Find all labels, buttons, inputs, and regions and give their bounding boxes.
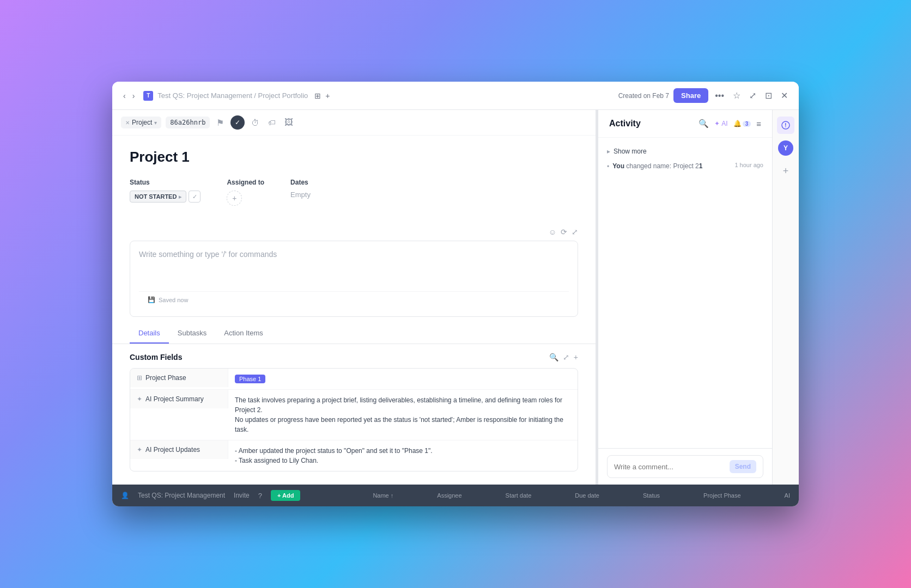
- expand-button[interactable]: ⤢: [747, 88, 758, 103]
- comment-input[interactable]: [614, 463, 725, 471]
- assigned-field: Assigned to +: [227, 179, 264, 206]
- dates-field: Dates Empty: [290, 179, 311, 206]
- cf-phase-value[interactable]: Phase 1: [228, 369, 578, 389]
- status-badge[interactable]: NOT STARTED ▸: [130, 191, 186, 203]
- show-more-button[interactable]: ▸ Show more: [607, 144, 763, 158]
- user-avatar[interactable]: Y: [778, 140, 793, 156]
- col-ai: AI: [785, 492, 790, 499]
- tag-icon[interactable]: 🏷: [266, 117, 278, 128]
- notification-button[interactable]: 🔔 3: [733, 120, 751, 127]
- add-item-button[interactable]: + Add: [271, 490, 300, 501]
- emoji-icon[interactable]: ☺: [549, 228, 556, 236]
- history-icon[interactable]: ⟳: [561, 228, 567, 236]
- plus-side-icon[interactable]: +: [777, 162, 794, 180]
- activity-item-text: You changed name: Project 21: [612, 162, 731, 171]
- save-icon: 💾: [148, 296, 155, 303]
- col-status: Status: [643, 492, 660, 499]
- breadcrumb-text: Test QS: Project Management / Project Po…: [157, 91, 308, 100]
- saved-status: Saved now: [159, 297, 188, 303]
- send-button[interactable]: Send: [730, 460, 756, 473]
- assigned-label: Assigned to: [227, 179, 264, 186]
- tabs: Details Subtasks Action Items: [112, 323, 596, 344]
- cf-summary-label: AI Project Summary: [145, 395, 204, 403]
- forward-button[interactable]: ›: [130, 90, 137, 101]
- task-id: 86a26hnrb: [166, 117, 210, 128]
- cf-key-phase: ⊞ Project Phase: [130, 369, 228, 387]
- col-project-phase: Project Phase: [703, 492, 740, 499]
- activity-time: 1 hour ago: [734, 162, 763, 168]
- editor-actions: ☺ ⟳ ⤢: [112, 225, 596, 238]
- left-panel: ✕ Project ▾ 86a26hnrb ⚑ ✓ ⏱ 🏷 🖼 Project …: [112, 110, 596, 485]
- activity-title: Activity: [609, 119, 641, 128]
- activity-content: ▸ Show more • You changed name: Project …: [598, 138, 772, 448]
- cf-phase-icon: ⊞: [137, 374, 142, 382]
- ai-spark-icon: ✦: [714, 120, 720, 127]
- status-field: Status NOT STARTED ▸ ✓: [130, 179, 201, 206]
- task-title[interactable]: Project 1: [130, 149, 578, 166]
- tab-subtasks[interactable]: Subtasks: [169, 323, 215, 344]
- titlebar-actions: Created on Feb 7 Share ••• ☆ ⤢ ⊡ ✕: [618, 88, 790, 103]
- dates-value[interactable]: Empty: [290, 191, 311, 199]
- custom-fields-actions: 🔍 ⤢ +: [549, 353, 578, 362]
- col-assignee: Assignee: [437, 492, 461, 499]
- star-button[interactable]: ☆: [731, 88, 743, 103]
- col-name: Name ↑: [373, 492, 393, 499]
- activity-dot-icon: •: [607, 163, 609, 170]
- cf-phase-label: Project Phase: [145, 374, 186, 382]
- activity-suffix: 1: [699, 162, 703, 170]
- cf-row-updates: ✦ AI Project Updates - Amber updated the…: [130, 440, 578, 471]
- col-start-date: Start date: [506, 492, 532, 499]
- expand-custom-icon[interactable]: ⤢: [563, 353, 569, 362]
- image-icon[interactable]: 🖼: [282, 117, 295, 128]
- activity-panel: Activity 🔍 ✦ AI 🔔 3 ≡ ▸: [598, 110, 772, 485]
- main-window: ‹ › T Test QS: Project Management / Proj…: [112, 82, 799, 506]
- close-button[interactable]: ✕: [779, 88, 790, 103]
- cf-row-phase: ⊞ Project Phase Phase 1: [130, 369, 578, 390]
- timer-icon[interactable]: ⏱: [249, 117, 262, 128]
- invite-label[interactable]: Invite: [234, 492, 250, 499]
- search-custom-icon[interactable]: 🔍: [549, 353, 558, 362]
- side-icons: Y +: [772, 110, 799, 485]
- tab-details[interactable]: Details: [130, 323, 169, 344]
- activity-action: changed name: Project 2: [626, 162, 699, 170]
- workspace-name: Test QS: Project Management: [138, 492, 225, 499]
- status-arrow-icon: ▸: [179, 194, 181, 200]
- project-tag-label: Project: [132, 119, 152, 126]
- window-icon-button[interactable]: ⊡: [763, 88, 774, 103]
- svg-rect-2: [785, 126, 786, 127]
- cf-row-summary: ✦ AI Project Summary The task involves p…: [130, 390, 578, 440]
- favicon: T: [143, 91, 153, 101]
- fullscreen-icon[interactable]: ⤢: [572, 228, 578, 236]
- activity-user: You: [612, 162, 624, 170]
- more-options-button[interactable]: •••: [713, 89, 726, 103]
- check-status-button[interactable]: ✓: [189, 191, 201, 203]
- project-tag[interactable]: ✕ Project ▾: [121, 117, 161, 128]
- assign-button[interactable]: +: [227, 191, 242, 206]
- activity-item: • You changed name: Project 21 1 hour ag…: [607, 158, 763, 174]
- created-date: Created on Feb 7: [618, 92, 669, 100]
- filter-icon[interactable]: ≡: [756, 119, 761, 128]
- ai-button[interactable]: ✦ AI: [714, 120, 727, 127]
- share-button[interactable]: Share: [673, 88, 708, 103]
- activity-search-icon[interactable]: 🔍: [699, 119, 709, 128]
- custom-fields-section: Custom Fields 🔍 ⤢ + ⊞ Project Phase: [112, 344, 596, 480]
- col-due-date: Due date: [575, 492, 599, 499]
- dates-label: Dates: [290, 179, 311, 186]
- notification-count: 3: [743, 121, 751, 127]
- editor-area[interactable]: Write something or type '/' for commands…: [130, 241, 578, 317]
- cf-updates-icon: ✦: [137, 446, 142, 454]
- tab-action-items[interactable]: Action Items: [215, 323, 272, 344]
- new-tab-icon[interactable]: ⊞: [314, 91, 321, 100]
- add-custom-icon[interactable]: +: [574, 353, 578, 362]
- back-button[interactable]: ‹: [121, 90, 128, 101]
- status-circle-button[interactable]: ✓: [230, 115, 245, 130]
- phase-badge: Phase 1: [235, 375, 265, 383]
- custom-fields-table: ⊞ Project Phase Phase 1 ✦ AI Project Sum…: [130, 368, 578, 471]
- activity-side-icon[interactable]: [777, 117, 794, 134]
- comment-input-row: Send: [607, 455, 763, 478]
- help-icon[interactable]: ?: [258, 492, 262, 500]
- add-tab-icon[interactable]: +: [325, 91, 330, 100]
- person-icon: 👤: [121, 492, 129, 499]
- custom-fields-header: Custom Fields 🔍 ⤢ +: [130, 353, 578, 362]
- flag-icon[interactable]: ⚑: [214, 117, 226, 129]
